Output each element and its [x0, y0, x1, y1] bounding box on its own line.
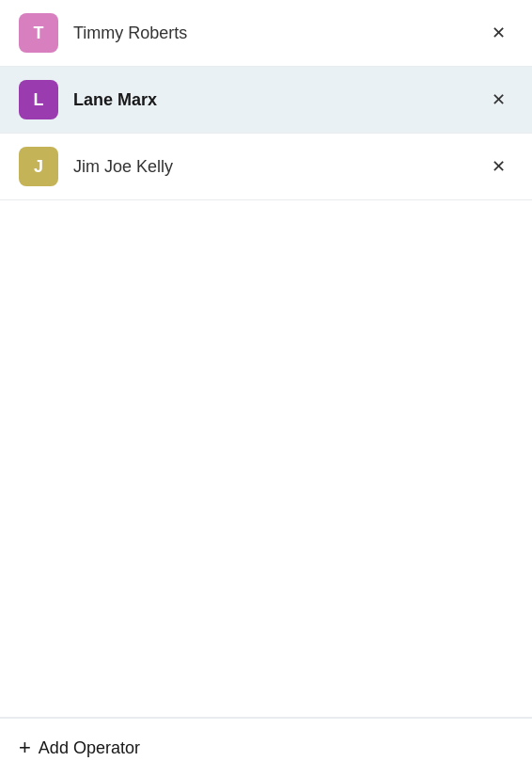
avatar-initial: L — [34, 90, 44, 110]
add-operator-button[interactable]: + Add Operator — [19, 736, 140, 760]
remove-operator-button[interactable]: ✕ — [484, 87, 513, 112]
remove-operator-button[interactable]: ✕ — [484, 21, 513, 45]
operator-name: Jim Joe Kelly — [73, 157, 484, 177]
operator-row: T Timmy Roberts ✕ — [0, 0, 532, 67]
empty-space — [0, 200, 532, 718]
avatar: L — [19, 80, 58, 119]
avatar-initial: T — [34, 24, 44, 43]
add-operator-label: Add Operator — [39, 738, 140, 758]
add-operator-bar: + Add Operator — [0, 718, 532, 777]
plus-icon: + — [19, 736, 31, 760]
remove-operator-button[interactable]: ✕ — [484, 154, 513, 179]
operator-name: Lane Marx — [73, 90, 484, 110]
operator-name: Timmy Roberts — [73, 24, 484, 43]
avatar: J — [19, 147, 58, 186]
avatar: T — [19, 13, 58, 53]
operator-row: J Jim Joe Kelly ✕ — [0, 134, 532, 200]
operator-list: T Timmy Roberts ✕ L Lane Marx ✕ J Jim Jo… — [0, 0, 532, 718]
operator-row: L Lane Marx ✕ — [0, 67, 532, 134]
avatar-initial: J — [34, 157, 43, 177]
